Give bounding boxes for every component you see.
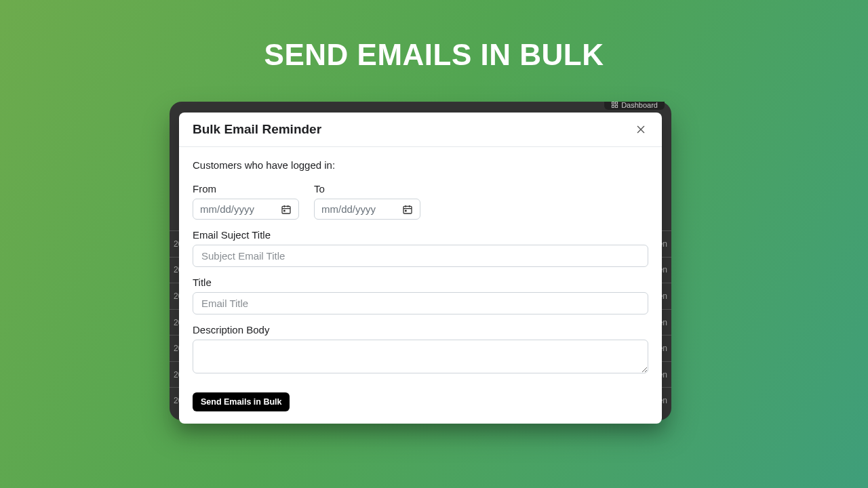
to-date-placeholder: mm/dd/yyyy bbox=[321, 203, 376, 215]
helper-text: Customers who have logged in: bbox=[193, 159, 648, 171]
from-date-input[interactable]: mm/dd/yyyy bbox=[193, 199, 299, 220]
dashboard-tab[interactable]: Dashboard bbox=[604, 102, 665, 110]
svg-rect-6 bbox=[282, 206, 290, 214]
calendar-icon bbox=[281, 204, 292, 215]
svg-rect-1 bbox=[616, 102, 618, 104]
close-icon bbox=[635, 124, 646, 135]
calendar-icon bbox=[402, 204, 413, 215]
body-label: Description Body bbox=[193, 324, 648, 336]
app-window: Dashboard 20len 20len 20len 20len 20len … bbox=[170, 102, 671, 420]
send-emails-button[interactable]: Send Emails in Bulk bbox=[193, 392, 290, 411]
body-textarea[interactable] bbox=[193, 340, 648, 373]
subject-input[interactable] bbox=[193, 245, 648, 267]
modal-body: Customers who have logged in: From mm/dd… bbox=[179, 147, 662, 392]
from-label: From bbox=[193, 183, 299, 195]
from-date-placeholder: mm/dd/yyyy bbox=[200, 203, 254, 215]
svg-rect-11 bbox=[403, 206, 412, 214]
dashboard-icon bbox=[611, 102, 618, 108]
title-input[interactable] bbox=[193, 292, 648, 314]
svg-rect-0 bbox=[612, 102, 614, 104]
dashboard-tab-label: Dashboard bbox=[621, 102, 658, 109]
modal-header: Bulk Email Reminder bbox=[179, 113, 662, 147]
svg-rect-15 bbox=[405, 209, 407, 211]
subject-label: Email Suject Title bbox=[193, 229, 648, 241]
modal-footer: Send Emails in Bulk bbox=[179, 392, 662, 424]
svg-rect-3 bbox=[616, 105, 618, 107]
bulk-email-modal: Bulk Email Reminder Customers who have l… bbox=[179, 113, 662, 424]
to-date-input[interactable]: mm/dd/yyyy bbox=[314, 199, 420, 220]
svg-rect-10 bbox=[283, 209, 285, 211]
close-button[interactable] bbox=[633, 122, 648, 137]
title-label: Title bbox=[193, 277, 648, 288]
page-title: SEND EMAILS IN BULK bbox=[0, 0, 868, 72]
modal-title: Bulk Email Reminder bbox=[193, 122, 321, 137]
to-label: To bbox=[314, 183, 420, 195]
svg-rect-2 bbox=[612, 105, 614, 107]
